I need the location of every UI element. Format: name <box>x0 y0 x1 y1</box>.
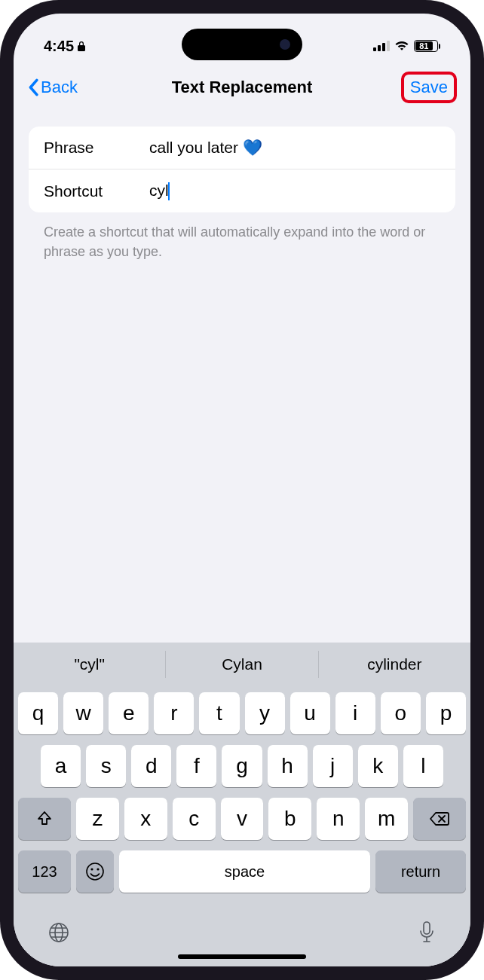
key-n[interactable]: n <box>317 798 360 840</box>
numbers-key[interactable]: 123 <box>18 850 71 893</box>
keyboard-keys: q w e r t y u i o p a s d f g h <box>14 686 470 911</box>
dynamic-island <box>182 29 302 60</box>
phrase-input[interactable]: call you later 💙 <box>149 139 440 157</box>
key-h[interactable]: h <box>268 745 308 787</box>
backspace-key[interactable] <box>413 798 466 840</box>
page-title: Text Replacement <box>172 78 313 97</box>
key-p[interactable]: p <box>426 692 466 734</box>
nav-bar: Back Text Replacement Save <box>14 66 470 108</box>
key-t[interactable]: t <box>199 692 239 734</box>
svg-rect-5 <box>424 922 430 934</box>
battery-indicator: 81 <box>414 40 440 52</box>
suggestion-bar: "cyl" Cylan cylinder <box>14 643 470 686</box>
key-u[interactable]: u <box>290 692 330 734</box>
key-j[interactable]: j <box>313 745 353 787</box>
suggestion-1[interactable]: "cyl" <box>14 651 166 678</box>
key-e[interactable]: e <box>109 692 149 734</box>
key-i[interactable]: i <box>335 692 375 734</box>
backspace-icon <box>429 811 450 827</box>
space-key[interactable]: space <box>119 850 370 893</box>
physical-volume-down <box>0 309 2 369</box>
svg-point-0 <box>87 863 103 880</box>
key-m[interactable]: m <box>365 798 408 840</box>
return-key[interactable]: return <box>375 850 466 893</box>
shortcut-row[interactable]: Shortcut cyl <box>29 169 455 212</box>
key-x[interactable]: x <box>124 798 167 840</box>
phrase-label: Phrase <box>44 139 149 157</box>
globe-icon <box>47 920 71 945</box>
hint-text: Create a shortcut that will automaticall… <box>29 212 455 261</box>
key-f[interactable]: f <box>176 745 216 787</box>
key-v[interactable]: v <box>221 798 264 840</box>
physical-silent-switch <box>0 166 2 196</box>
key-l[interactable]: l <box>403 745 443 787</box>
cellular-signal-icon <box>373 41 390 51</box>
wifi-icon <box>394 38 409 55</box>
form-group: Phrase call you later 💙 Shortcut cyl <box>29 127 455 212</box>
back-label: Back <box>41 78 78 97</box>
physical-volume-up <box>0 234 2 294</box>
key-s[interactable]: s <box>86 745 126 787</box>
key-z[interactable]: z <box>76 798 119 840</box>
lock-icon <box>77 38 86 55</box>
shortcut-input[interactable]: cyl <box>149 182 440 200</box>
suggestion-2[interactable]: Cylan <box>166 651 318 678</box>
home-indicator[interactable] <box>178 954 306 959</box>
content-area: Phrase call you later 💙 Shortcut cyl Cre… <box>14 108 470 643</box>
status-time: 4:45 <box>44 38 74 55</box>
screen: 4:45 81 Back Text Re <box>14 14 470 966</box>
key-w[interactable]: w <box>63 692 103 734</box>
save-button[interactable]: Save <box>401 72 457 103</box>
back-button[interactable]: Back <box>27 78 78 97</box>
suggestion-3[interactable]: cylinder <box>319 651 470 678</box>
svg-point-1 <box>90 868 93 870</box>
phrase-row[interactable]: Phrase call you later 💙 <box>29 127 455 169</box>
emoji-icon <box>84 861 106 882</box>
key-y[interactable]: y <box>245 692 285 734</box>
key-a[interactable]: a <box>41 745 81 787</box>
globe-key[interactable] <box>47 920 71 948</box>
key-o[interactable]: o <box>381 692 421 734</box>
key-g[interactable]: g <box>222 745 262 787</box>
chevron-left-icon <box>27 78 39 96</box>
microphone-icon <box>416 920 437 945</box>
key-d[interactable]: d <box>131 745 171 787</box>
text-cursor <box>168 182 170 200</box>
shortcut-label: Shortcut <box>44 182 149 200</box>
dictation-key[interactable] <box>416 920 437 948</box>
shift-key[interactable] <box>18 798 71 840</box>
key-r[interactable]: r <box>154 692 194 734</box>
emoji-key[interactable] <box>76 850 114 893</box>
key-k[interactable]: k <box>358 745 398 787</box>
keyboard: "cyl" Cylan cylinder q w e r t y u i o p <box>14 643 470 966</box>
shift-icon <box>35 810 54 828</box>
svg-point-2 <box>96 868 99 870</box>
key-q[interactable]: q <box>18 692 58 734</box>
key-b[interactable]: b <box>268 798 311 840</box>
phone-frame: 4:45 81 Back Text Re <box>0 0 484 980</box>
key-c[interactable]: c <box>173 798 216 840</box>
